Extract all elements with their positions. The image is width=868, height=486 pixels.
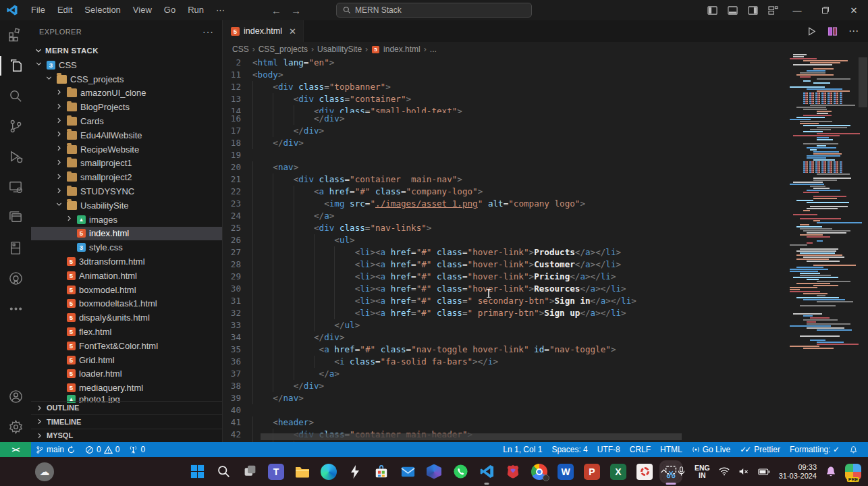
taskbar-whatsapp-icon[interactable] bbox=[452, 463, 469, 481]
go-live-button[interactable]: Go Live bbox=[687, 442, 735, 457]
taskbar-excel-icon[interactable]: X bbox=[609, 463, 627, 481]
minimize-button[interactable]: — bbox=[783, 0, 811, 20]
taskbar-chrome-icon[interactable] bbox=[531, 463, 548, 481]
tree-item-mediaquery-html[interactable]: 5mediaquery.html bbox=[31, 381, 222, 395]
nav-back-icon[interactable]: ← bbox=[271, 5, 281, 16]
toggle-panel-icon[interactable] bbox=[722, 0, 742, 20]
restore-button[interactable] bbox=[811, 0, 840, 20]
close-button[interactable]: ✕ bbox=[840, 0, 868, 20]
tree-item-boxmodeltask1-html[interactable]: 5boxmodeltask1.html bbox=[31, 297, 222, 311]
tree-item-css-projects[interactable]: CSS_projects bbox=[31, 72, 222, 86]
tree-item-smallproject2[interactable]: smallproject2 bbox=[31, 170, 222, 184]
code-area[interactable]: 2<html lang="en">11<body>12 <div class="… bbox=[223, 57, 868, 442]
split-editor-icon[interactable] bbox=[828, 26, 838, 36]
taskbar-start-icon[interactable] bbox=[188, 463, 206, 481]
taskbar-office-icon[interactable] bbox=[425, 463, 443, 481]
menu-run[interactable]: Run bbox=[182, 3, 210, 18]
browser-preview-icon[interactable] bbox=[0, 202, 31, 233]
database-icon[interactable] bbox=[0, 233, 31, 263]
breadcrumb-item[interactable]: UsabilitySite bbox=[317, 45, 362, 54]
tree-item-boxmodel-html[interactable]: 5boxmodel.html bbox=[31, 283, 222, 297]
workspace-root[interactable]: MERN STACK bbox=[31, 43, 222, 58]
taskbar-word-icon[interactable]: W bbox=[557, 463, 574, 481]
branch-indicator[interactable]: main bbox=[31, 442, 80, 457]
status-spaces4[interactable]: Spaces: 4 bbox=[547, 442, 592, 457]
status-utf8[interactable]: UTF-8 bbox=[593, 442, 625, 457]
nav-forward-icon[interactable]: → bbox=[291, 5, 301, 16]
taskbar-store-icon[interactable] bbox=[373, 463, 390, 481]
tree-item-studysync[interactable]: STUDYSYNC bbox=[31, 184, 222, 198]
breadcrumb-item[interactable]: CSS bbox=[232, 45, 249, 54]
menu-selection[interactable]: Selection bbox=[78, 3, 126, 18]
menu-file[interactable]: File bbox=[25, 3, 51, 18]
account-icon[interactable] bbox=[0, 381, 31, 412]
tree-item-grid-html[interactable]: 5Grid.html bbox=[31, 353, 222, 367]
explorer-icon[interactable] bbox=[0, 51, 31, 81]
notification-bell-icon[interactable] bbox=[825, 466, 836, 477]
tree-item-3dtransform-html[interactable]: 53dtransform.html bbox=[31, 254, 222, 269]
remote-indicator[interactable]: >< bbox=[0, 442, 31, 457]
tree-item-fonttext-color-html[interactable]: 5FontText&Color.html bbox=[31, 339, 222, 353]
section-timeline[interactable]: TIMELINE bbox=[31, 414, 222, 429]
battery-icon[interactable] bbox=[758, 468, 770, 476]
copilot-icon[interactable]: PRE bbox=[845, 464, 861, 480]
ports-indicator[interactable]: 0 bbox=[124, 442, 150, 457]
tree-item-index-html[interactable]: 5index.html bbox=[31, 227, 222, 241]
tree-item-flex-html[interactable]: 5flex.html bbox=[31, 325, 222, 339]
toggle-sidebar-icon[interactable] bbox=[702, 0, 722, 20]
taskbar-search-icon[interactable] bbox=[215, 463, 232, 481]
taskbar-vscode-icon[interactable] bbox=[478, 463, 495, 481]
menu-edit[interactable]: Edit bbox=[51, 3, 78, 18]
volume-muted-icon[interactable] bbox=[738, 467, 749, 476]
tab-index-html[interactable]: 5 index.html ✕ bbox=[223, 20, 304, 42]
github-icon[interactable] bbox=[0, 263, 31, 294]
tree-item-css[interactable]: 3CSS bbox=[31, 58, 222, 72]
customize-layout-icon[interactable] bbox=[763, 0, 783, 20]
settings-icon[interactable] bbox=[0, 412, 31, 442]
extensions-icon[interactable] bbox=[0, 20, 31, 51]
problems-indicator[interactable]: 0 0 bbox=[80, 442, 124, 457]
status-crlf[interactable]: CRLF bbox=[625, 442, 655, 457]
prettier-button[interactable]: ✓✓Prettier bbox=[735, 442, 785, 457]
horizontal-scrollbar[interactable] bbox=[261, 433, 682, 440]
more-icon[interactable] bbox=[0, 294, 31, 324]
taskbar-brave-icon[interactable] bbox=[504, 463, 522, 481]
vertical-scrollbar[interactable] bbox=[859, 20, 867, 406]
menu-go[interactable]: Go bbox=[158, 3, 182, 18]
command-search[interactable]: MERN Stack bbox=[336, 3, 532, 18]
weather-widget[interactable]: ☁ bbox=[35, 462, 54, 481]
tree-item-edu4allwebsite[interactable]: Edu4AllWebsite bbox=[31, 128, 222, 142]
wifi-icon[interactable] bbox=[719, 467, 730, 476]
search-icon[interactable] bbox=[0, 81, 31, 111]
status-html[interactable]: HTML bbox=[655, 442, 687, 457]
taskbar-edge-icon[interactable] bbox=[320, 463, 337, 481]
source-control-icon[interactable] bbox=[0, 111, 31, 142]
menu-more[interactable]: ··· bbox=[210, 3, 231, 18]
horizontal-scrollbar-thumb[interactable] bbox=[261, 433, 682, 440]
status-ln1col1[interactable]: Ln 1, Col 1 bbox=[498, 442, 547, 457]
breadcrumb-item[interactable]: CSS_projects bbox=[259, 45, 308, 54]
menu-view[interactable]: View bbox=[127, 3, 158, 18]
tree-item-animation-html[interactable]: 5Animation.html bbox=[31, 269, 222, 283]
taskbar-fileexplorer-icon[interactable] bbox=[294, 463, 311, 481]
tree-item-amazonui-clone[interactable]: amazonUI_clone bbox=[31, 86, 222, 101]
tree-item-cards[interactable]: Cards bbox=[31, 114, 222, 128]
microphone-icon[interactable] bbox=[677, 466, 686, 477]
taskbar-teams-icon[interactable]: T bbox=[267, 463, 285, 481]
tray-expand-icon[interactable] bbox=[659, 467, 668, 476]
tree-item-usabilitysite[interactable]: UsabilitySite bbox=[31, 198, 222, 213]
taskbar-taskview-icon[interactable] bbox=[241, 463, 259, 481]
tree-item-dispaly-units-html[interactable]: 5dispaly&units.html bbox=[31, 310, 222, 325]
formatting-indicator[interactable]: Formatting: ✓ bbox=[785, 442, 844, 457]
tree-item-loader-html[interactable]: 5loader.html bbox=[31, 367, 222, 381]
run-debug-icon[interactable] bbox=[0, 142, 31, 172]
breadcrumb-item[interactable]: ... bbox=[430, 45, 437, 54]
tree-item-smallproject1[interactable]: smallproject1 bbox=[31, 157, 222, 171]
minimap[interactable] bbox=[788, 54, 857, 352]
run-file-icon[interactable] bbox=[807, 26, 817, 36]
tab-close-icon[interactable]: ✕ bbox=[289, 26, 296, 36]
tree-item-recipewebsite[interactable]: RecipeWebsite bbox=[31, 142, 222, 157]
editor-more-icon[interactable]: ⋯ bbox=[848, 25, 859, 37]
tree-item-images[interactable]: ▲images bbox=[31, 213, 222, 227]
remote-explorer-icon[interactable] bbox=[0, 172, 31, 202]
